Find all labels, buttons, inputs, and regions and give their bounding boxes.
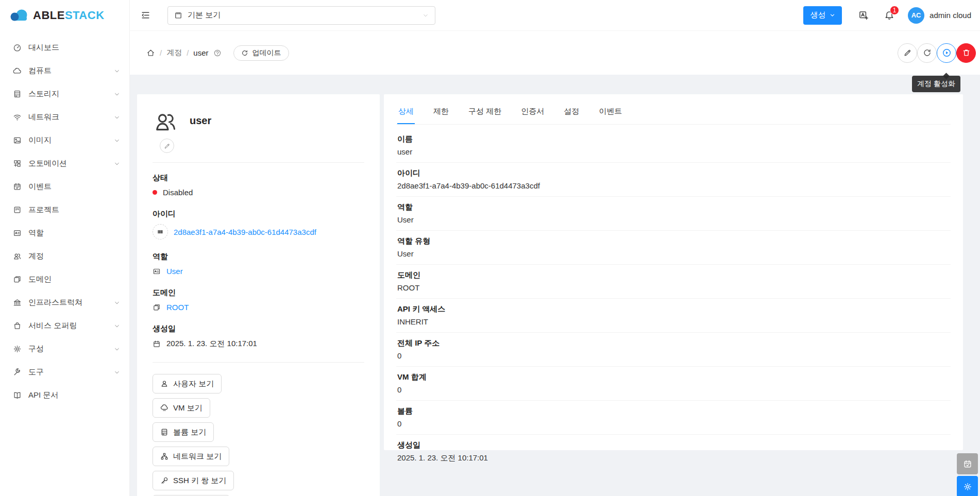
sidebar-item-storage[interactable]: 스토리지: [0, 82, 129, 106]
tab-limits[interactable]: 제한: [432, 99, 450, 124]
roles-idcard-icon: [13, 229, 22, 237]
notifications-button[interactable]: 1: [884, 10, 894, 21]
chevron-down-icon: [830, 12, 835, 18]
detail-row-created: 생성일2025. 1. 23. 오전 10:17:01: [396, 435, 951, 469]
calendar-icon: [153, 340, 161, 348]
account-uuid-link[interactable]: 2d8ae3f1-a7a4-4b39-ab0c-61d4473a3cdf: [174, 228, 316, 236]
role-link[interactable]: User: [166, 267, 183, 276]
chevron-down-icon: [114, 161, 120, 167]
vm-cloud-icon: [160, 404, 168, 412]
enable-account-button[interactable]: [937, 43, 956, 63]
view-vms-button[interactable]: VM 보기: [153, 398, 210, 418]
sidebar-item-compute[interactable]: 컴퓨트: [0, 59, 129, 82]
key-icon: [160, 476, 168, 485]
sidebar-item-projects[interactable]: 프로젝트: [0, 198, 129, 221]
detail-row-role: 역할User: [396, 197, 951, 231]
brand-logo[interactable]: ABLESTACK: [0, 0, 129, 31]
volume-storage-icon: [160, 428, 168, 436]
profile-card: user 상태 Disabled 아이디 2d8ae3f1-a7a4-4b39-…: [137, 94, 380, 496]
sidebar-item-infrastructure[interactable]: 인프라스트럭쳐: [0, 291, 129, 314]
view-volumes-button[interactable]: 볼륨 보기: [153, 422, 214, 442]
sidebar-item-domains[interactable]: 도메인: [0, 268, 129, 291]
view-users-button[interactable]: 사용자 보기: [153, 374, 222, 394]
detail-row-vm-total: VM 합계0: [396, 367, 951, 401]
help-icon[interactable]: [213, 49, 222, 57]
delete-account-button[interactable]: [956, 43, 976, 63]
barcode-icon[interactable]: [153, 224, 168, 240]
configuration-gear-icon: [13, 345, 22, 353]
events-calendar-icon: [13, 182, 22, 191]
view-select[interactable]: 기본 보기: [167, 6, 435, 25]
update-button[interactable]: 업데이트: [233, 45, 289, 61]
user-name[interactable]: admin cloud: [930, 11, 971, 20]
compute-cloud-icon: [13, 66, 22, 75]
chevron-down-icon: [114, 346, 120, 352]
view-networks-button[interactable]: 네트워크 보기: [153, 447, 229, 466]
domain-icon: [153, 303, 161, 312]
sidebar-item-roles[interactable]: 역할: [0, 221, 129, 245]
detail-row-volumes: 볼륨0: [396, 401, 951, 435]
notification-badge: 1: [890, 6, 899, 15]
chevron-down-icon: [114, 300, 120, 306]
sidebar-item-events[interactable]: 이벤트: [0, 175, 129, 198]
chevron-down-icon: [114, 369, 120, 375]
top-header: 기본 보기 생성 1 AC admin cloud: [130, 0, 980, 31]
cluster-icon: [160, 452, 168, 460]
status-value: Disabled: [163, 188, 193, 197]
sidebar-item-images[interactable]: 이미지: [0, 129, 129, 152]
sidebar-item-configuration[interactable]: 구성: [0, 337, 129, 361]
projects-icon: [13, 206, 22, 214]
sidebar-item-api-docs[interactable]: API 문서: [0, 384, 129, 407]
tab-settings[interactable]: 설정: [563, 99, 580, 124]
domain-link[interactable]: ROOT: [166, 303, 189, 312]
detail-row-domain: 도메인ROOT: [396, 265, 951, 299]
sync-icon: [923, 48, 932, 57]
accounts-team-icon: [13, 252, 22, 261]
detail-row-role-type: 역할 유형User: [396, 231, 951, 265]
menu-fold-icon: [141, 10, 150, 20]
role-idcard-icon: [153, 267, 161, 276]
user-icon: [160, 380, 168, 388]
create-button[interactable]: 생성: [803, 6, 842, 25]
sidebar-item-accounts[interactable]: 계정: [0, 245, 129, 268]
tab-certificates[interactable]: 인증서: [520, 99, 545, 124]
tab-details[interactable]: 상세: [397, 99, 415, 124]
images-icon: [13, 136, 22, 145]
domains-icon: [13, 275, 22, 284]
tools-wrench-icon: [13, 368, 22, 377]
detail-tabs: 상세 제한 구성 제한 인증서 설정 이벤트: [396, 99, 951, 125]
tooltip-enable-account: 계정 활성화: [912, 76, 960, 92]
network-wifi-icon: [13, 113, 22, 122]
cloud-logo-icon: [8, 8, 30, 23]
translate-button[interactable]: [858, 10, 869, 21]
sidebar-item-service-offerings[interactable]: 서비스 오퍼링: [0, 314, 129, 337]
chevron-down-icon: [423, 12, 429, 19]
refresh-button[interactable]: [917, 43, 937, 63]
view-ssh-keys-button[interactable]: SSH 키 쌍 보기: [153, 471, 234, 490]
sidebar-collapse-button[interactable]: [141, 10, 150, 20]
avatar[interactable]: AC: [908, 7, 924, 24]
gear-icon: [963, 482, 972, 491]
edit-avatar-button[interactable]: [160, 139, 174, 153]
account-title: user: [190, 115, 211, 127]
status-dot-red: [153, 190, 157, 195]
detail-row-total-ip: 전체 IP 주소0: [396, 333, 951, 367]
tab-events[interactable]: 이벤트: [598, 99, 623, 124]
edit-pencil-icon: [903, 48, 912, 57]
event-drawer-button[interactable]: [957, 453, 978, 474]
created-value: 2025. 1. 23. 오전 10:17:01: [166, 339, 257, 349]
field-role: 역할 User: [153, 252, 364, 276]
sidebar-item-dashboard[interactable]: 대시보드: [0, 36, 129, 59]
sidebar-item-tools[interactable]: 도구: [0, 361, 129, 384]
translate-add-icon: [858, 10, 869, 21]
sidebar-item-automation[interactable]: 오토메이션: [0, 152, 129, 175]
home-icon[interactable]: [146, 48, 155, 57]
breadcrumb-bar: / 계정 / user 업데이트: [130, 31, 980, 75]
edit-account-button[interactable]: [898, 43, 917, 63]
settings-drawer-button[interactable]: [957, 476, 978, 496]
tab-config-limits[interactable]: 구성 제한: [467, 99, 502, 124]
breadcrumb-section[interactable]: 계정: [166, 48, 182, 58]
sidebar-item-network[interactable]: 네트워크: [0, 106, 129, 129]
sidebar-nav: 대시보드 컴퓨트 스토리지 네트워크 이미지 오토메이션: [0, 31, 129, 407]
trash-icon: [962, 48, 971, 57]
